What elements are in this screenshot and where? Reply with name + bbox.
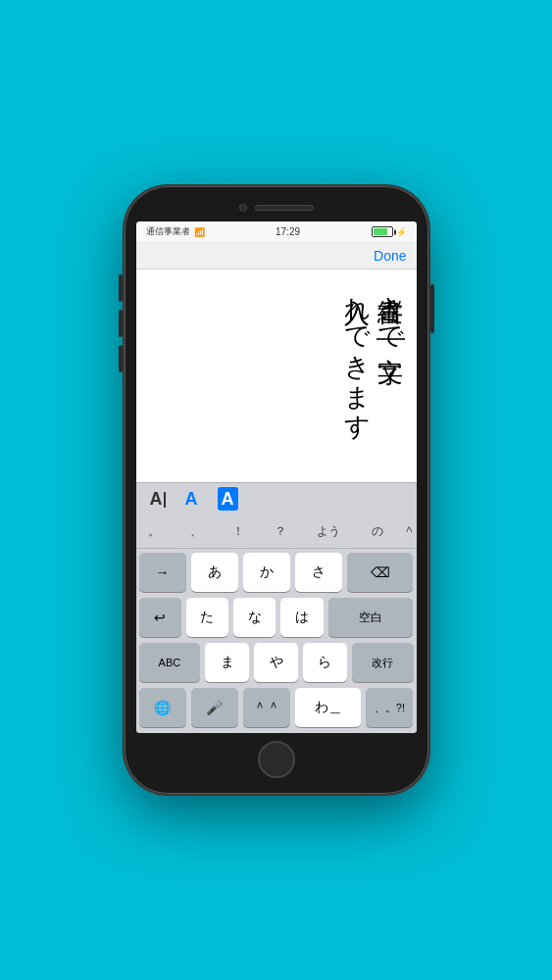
done-button[interactable]: Done	[374, 248, 406, 264]
key-small-tsu[interactable]: ＾＾	[243, 688, 290, 727]
key-row-3: ABC ま や ら 改行	[139, 643, 414, 682]
key-ya[interactable]: や	[254, 643, 298, 682]
speaker-bar	[255, 205, 314, 211]
camera-dot	[239, 204, 247, 212]
key-row-1: → あ か さ ⌫	[139, 553, 414, 592]
key-ha[interactable]: は	[280, 598, 323, 637]
punct-question: ？	[267, 521, 294, 542]
wifi-icon: 📶	[194, 227, 205, 237]
phone-device: 通信事業者 📶 17:29 ⚡ Done 縦書きで文字 入れできます	[125, 186, 428, 794]
format-highlight-button[interactable]: A	[218, 489, 238, 510]
key-ta[interactable]: た	[186, 598, 228, 637]
key-abc[interactable]: ABC	[139, 643, 201, 682]
key-space[interactable]: 空白	[328, 598, 414, 637]
status-time: 17:29	[276, 226, 300, 237]
sug-no: の	[364, 521, 391, 542]
toolbar: Done	[136, 243, 417, 270]
power-button	[430, 284, 434, 333]
key-punctuation[interactable]: 、。?!	[366, 688, 413, 727]
key-arrow-right[interactable]: →	[139, 553, 186, 592]
punct-exclaim: ！	[225, 521, 252, 542]
key-ra[interactable]: ら	[303, 643, 347, 682]
key-row-2: ↩ た な は 空白	[139, 598, 414, 637]
vertical-text-content: 縦書きで文字 入れできます	[340, 279, 407, 472]
battery-icon	[372, 226, 393, 237]
key-ka[interactable]: か	[243, 553, 290, 592]
key-rows: → あ か さ ⌫ ↩ た な は 空白 ABC ま	[136, 549, 417, 733]
home-button[interactable]	[258, 741, 295, 778]
status-bar: 通信事業者 📶 17:29 ⚡	[136, 221, 417, 243]
key-a[interactable]: あ	[191, 553, 238, 592]
key-ma[interactable]: ま	[205, 643, 249, 682]
status-carrier: 通信事業者 📶	[146, 225, 205, 238]
key-mic[interactable]: 🎤	[191, 688, 238, 727]
formatting-bar: A A A	[136, 482, 417, 515]
keyboard-area: 。 、 ！ ？ よう の ^ → あ か さ ⌫	[136, 515, 417, 733]
format-blue-button[interactable]: A	[185, 489, 198, 510]
text-line-1: 縦書きで文字	[376, 279, 405, 340]
text-area[interactable]: 縦書きで文字 入れできます	[136, 270, 417, 482]
sug-you: よう	[309, 521, 348, 542]
key-undo[interactable]: ↩	[139, 598, 181, 637]
text-line-2: 入れできます	[343, 279, 372, 426]
key-enter[interactable]: 改行	[352, 643, 414, 682]
battery-fill	[374, 228, 387, 235]
phone-top-bar	[136, 198, 417, 218]
format-plain-button[interactable]: A	[150, 489, 166, 510]
lightning-icon: ⚡	[396, 227, 407, 237]
punct-ten: 、	[182, 521, 210, 542]
phone-bottom	[136, 733, 417, 782]
key-delete[interactable]: ⌫	[347, 553, 413, 592]
phone-screen: 通信事業者 📶 17:29 ⚡ Done 縦書きで文字 入れできます	[136, 221, 417, 733]
key-sa[interactable]: さ	[295, 553, 342, 592]
volume-buttons	[119, 274, 123, 372]
suggestion-bar: 。 、 ！ ？ よう の ^	[136, 515, 417, 549]
key-wa[interactable]: わ＿	[295, 688, 361, 727]
carrier-text: 通信事業者	[146, 225, 190, 238]
key-globe[interactable]: 🌐	[139, 688, 186, 727]
status-battery-area: ⚡	[372, 226, 407, 237]
punct-maru: 。	[140, 521, 168, 542]
key-na[interactable]: な	[233, 598, 276, 637]
suggestions-expand-icon[interactable]: ^	[406, 524, 413, 540]
key-row-4: 🌐 🎤 ＾＾ わ＿ 、。?!	[139, 688, 414, 733]
